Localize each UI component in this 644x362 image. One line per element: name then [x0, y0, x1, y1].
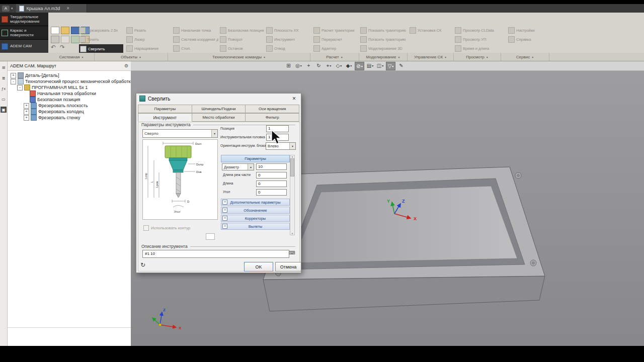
- refresh-icon[interactable]: ↻: [140, 261, 145, 268]
- shaded-view-icon[interactable]: ◆▾: [345, 62, 353, 69]
- ribbon-group-label[interactable]: Системная▾: [48, 53, 95, 61]
- ribbon-command[interactable]: Адаптер: [313, 44, 359, 52]
- tree-item[interactable]: +Фрезеровать стенку: [8, 115, 131, 121]
- ribbon-group-label[interactable]: Сервис▾: [501, 53, 549, 61]
- tree-item[interactable]: +Фрезеровать колодец: [8, 109, 131, 115]
- expander-bar[interactable]: +Корректоры: [221, 215, 290, 222]
- ribbon-command[interactable]: Показать траекторию: [360, 26, 407, 34]
- expand-icon[interactable]: +: [222, 208, 227, 213]
- document-tab[interactable]: Крышка Ал.m3d ×: [16, 4, 87, 13]
- gear-icon[interactable]: ⚙: [124, 63, 128, 68]
- expander-bar[interactable]: +Дополнительные параметры: [221, 199, 290, 206]
- ribbon-command[interactable]: Справка: [508, 35, 547, 43]
- ribbon-command[interactable]: Сверлить: [79, 44, 123, 53]
- parameters-panel-header[interactable]: Параметры: [221, 155, 290, 162]
- ribbon-command[interactable]: Инструмент: [266, 35, 307, 43]
- expand-icon[interactable]: +: [222, 200, 227, 205]
- grid-icon[interactable]: ⊞: [284, 62, 293, 69]
- cancel-button[interactable]: Отмена: [275, 262, 301, 272]
- ribbon-command[interactable]: Наращивание: [126, 44, 158, 52]
- dialog-tab[interactable]: Инструмент: [138, 113, 192, 122]
- expander-bar[interactable]: +Вылеты: [221, 223, 290, 230]
- pan-icon[interactable]: +: [304, 62, 313, 69]
- ribbon-group-label[interactable]: Объекты▾: [94, 53, 168, 61]
- route-tree-icon[interactable]: ⊞: [1, 64, 7, 70]
- sketch-icon[interactable]: ✎: [397, 62, 406, 69]
- expand-icon[interactable]: +: [24, 115, 29, 121]
- ribbon-command[interactable]: Поворот: [220, 35, 264, 43]
- ribbon-command[interactable]: Стоп.: [173, 44, 218, 52]
- dialog-tab[interactable]: Оси вращения: [246, 105, 299, 113]
- use-contour-checkbox[interactable]: Использовать контур: [143, 225, 190, 231]
- panel-splitter[interactable]: [8, 327, 131, 328]
- params-scrollbar[interactable]: ▲ ▼: [290, 155, 295, 235]
- rotate-view-icon[interactable]: ↻: [314, 62, 323, 69]
- ribbon-command[interactable]: Просмотр CLData: [455, 26, 500, 34]
- expander-bar[interactable]: +Обозначение: [221, 207, 290, 214]
- tab-close-icon[interactable]: ×: [66, 6, 69, 11]
- dialog-tab[interactable]: Параметры: [138, 105, 192, 113]
- zoom-icon[interactable]: ◎▾: [294, 62, 303, 69]
- frames-icon[interactable]: ▭: [1, 96, 7, 102]
- dialog-tab[interactable]: Фильтр: [246, 113, 299, 122]
- dialog-tab[interactable]: Шпиндель/Подачи: [192, 105, 246, 113]
- layers-icon[interactable]: ▤▾: [366, 62, 374, 69]
- ribbon-command[interactable]: Резать: [126, 26, 158, 34]
- tree-item[interactable]: -Технологический процесс механической об…: [8, 78, 131, 84]
- param-input[interactable]: 10: [256, 163, 287, 170]
- keyboard-icon[interactable]: ⌨: [289, 250, 295, 255]
- ribbon-command[interactable]: Моделирование 3D: [360, 44, 407, 52]
- collapse-icon[interactable]: -: [17, 85, 23, 90]
- ok-button[interactable]: OK: [244, 262, 273, 272]
- ribbon-command[interactable]: Установка СК: [410, 26, 452, 34]
- ribbon-group-label[interactable]: Технологические команды▾: [168, 53, 310, 61]
- ribbon-group-label[interactable]: Просмотр▾: [453, 53, 501, 61]
- active-panel-icon[interactable]: ▣: [1, 107, 7, 113]
- ribbon-command[interactable]: Точить: [79, 35, 122, 43]
- ribbon-command[interactable]: Погасить траекторию: [360, 35, 407, 43]
- param-input[interactable]: 0: [256, 172, 287, 178]
- dialog-titlebar[interactable]: Сверлить ×: [136, 94, 301, 104]
- tree-item[interactable]: -ПРОГРАММНАЯ MILL 5x 1: [8, 84, 131, 90]
- app-menu-caret-icon[interactable]: ▾: [11, 7, 13, 11]
- expand-icon[interactable]: +: [222, 216, 227, 221]
- expand-icon[interactable]: +: [24, 109, 29, 115]
- expand-icon[interactable]: +: [222, 224, 227, 229]
- ribbon-command[interactable]: Фрезеровать 2.5x: [79, 26, 122, 34]
- ribbon-group-label[interactable]: Моделирование▾: [359, 53, 408, 61]
- filter-icon[interactable]: ▽▾: [386, 62, 395, 70]
- dialog-close-icon[interactable]: ×: [290, 95, 298, 102]
- tree-item[interactable]: Безопасная позиция: [8, 97, 131, 103]
- dialog-tab[interactable]: Место обработки: [192, 113, 246, 122]
- ribbon-command[interactable]: Расчет траектории: [313, 26, 359, 34]
- scroll-thumb[interactable]: [290, 158, 294, 176]
- objects-list-icon[interactable]: ≣: [1, 75, 7, 81]
- view-cube-icon[interactable]: ◇▾: [335, 62, 343, 69]
- ribbon-command[interactable]: Перерасчет: [313, 35, 359, 43]
- ribbon-group-label[interactable]: Управление СК▾: [407, 53, 454, 61]
- ribbon-command[interactable]: Время и длина: [455, 44, 500, 52]
- contour-value-box[interactable]: [206, 233, 215, 240]
- expand-icon[interactable]: +: [24, 103, 29, 109]
- ribbon-command[interactable]: Останов: [220, 44, 264, 52]
- section-view-icon[interactable]: ◫▾: [376, 62, 384, 69]
- ribbon-command[interactable]: Начальная точка: [173, 26, 218, 34]
- ribbon-command[interactable]: Просмотр УП: [455, 35, 500, 43]
- ribbon-command[interactable]: Система координат дет...: [173, 35, 218, 43]
- scroll-up-icon[interactable]: ▲: [291, 155, 293, 158]
- hide-elements-icon[interactable]: ⊘▾: [355, 62, 364, 70]
- ribbon-command[interactable]: Настройки: [508, 26, 547, 34]
- axis-origin-icon[interactable]: ⌖▾: [325, 62, 333, 69]
- ribbon-command[interactable]: Лазер: [126, 35, 158, 43]
- ribbon-command[interactable]: Плоскость XX: [266, 26, 307, 34]
- tool-description-input[interactable]: #1 10: [142, 250, 289, 258]
- fx-icon[interactable]: ƒx: [1, 85, 7, 92]
- tree-item[interactable]: Начальная точка обработки: [8, 90, 131, 97]
- ribbon-command[interactable]: Отвод: [266, 44, 307, 52]
- diameter-select[interactable]: Диаметр▾: [222, 163, 254, 170]
- tool-type-select[interactable]: Сверло▾: [142, 129, 218, 138]
- ribbon-command[interactable]: Безопасная позиция: [220, 26, 264, 34]
- ribbon-group-label[interactable]: Расчет▾: [310, 53, 359, 61]
- collapse-icon[interactable]: -: [11, 79, 16, 84]
- scroll-down-icon[interactable]: ▼: [291, 232, 293, 235]
